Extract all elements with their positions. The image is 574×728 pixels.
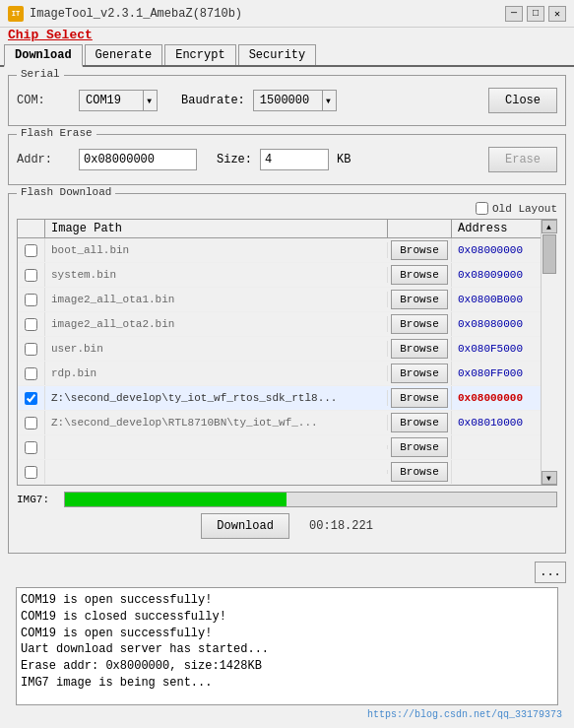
- row-2-path: image2_all_ota1.bin: [45, 292, 388, 307]
- table-row: rdp.bin Browse 0x080FF000: [18, 362, 541, 386]
- dots-button[interactable]: ...: [535, 562, 566, 583]
- console-line-4: Erase addr: 0x8000000, size:1428KB: [21, 658, 553, 675]
- baudrate-arrow-icon[interactable]: ▼: [322, 91, 334, 110]
- row-5-path: rdp.bin: [45, 365, 388, 381]
- baudrate-select[interactable]: 1500000 ▼: [253, 90, 337, 111]
- row-6-check[interactable]: [18, 386, 45, 410]
- row-8-browse: Browse: [388, 435, 452, 459]
- scroll-up-button[interactable]: ▲: [542, 220, 557, 233]
- app-icon: IT: [8, 6, 24, 22]
- browse-4-button[interactable]: Browse: [391, 339, 448, 359]
- row-7-check[interactable]: [18, 411, 45, 434]
- tab-encrypt[interactable]: Encrypt: [164, 44, 235, 65]
- image-table: Image Path Address boot_all.bin Browse 0…: [17, 219, 557, 486]
- old-layout-row: Old Layout: [17, 202, 557, 215]
- browse-7-button[interactable]: Browse: [391, 413, 448, 432]
- browse-6-button[interactable]: Browse: [391, 388, 448, 408]
- addr-input[interactable]: 0x08000000: [79, 149, 197, 170]
- table-row: Browse: [18, 460, 541, 485]
- progress-row: IMG7:: [17, 492, 557, 507]
- erase-button[interactable]: Erase: [488, 147, 557, 172]
- row-5-browse: Browse: [388, 362, 452, 385]
- row-4-browse: Browse: [388, 337, 452, 361]
- download-button[interactable]: Download: [201, 513, 289, 539]
- close-button[interactable]: Close: [488, 88, 557, 113]
- baudrate-label: Baudrate:: [181, 94, 245, 107]
- main-content: Serial COM: COM19 ▼ Baudrate: 1500000 ▼ …: [0, 67, 574, 713]
- row-3-check[interactable]: [18, 312, 45, 336]
- browse-2-button[interactable]: Browse: [391, 290, 448, 309]
- com-label: COM:: [17, 94, 71, 107]
- maximize-button[interactable]: □: [527, 6, 544, 22]
- browse-1-button[interactable]: Browse: [391, 265, 448, 285]
- row-2-check[interactable]: [18, 288, 45, 311]
- row-5-check[interactable]: [18, 362, 45, 385]
- browse-8-button[interactable]: Browse: [391, 437, 448, 457]
- row-3-browse: Browse: [388, 312, 452, 336]
- progress-label: IMG7:: [17, 494, 56, 505]
- browse-9-button[interactable]: Browse: [391, 462, 448, 482]
- size-input[interactable]: 4: [260, 149, 329, 170]
- row-6-browse: Browse: [388, 386, 452, 410]
- row-1-browse: Browse: [388, 263, 452, 287]
- row-2-browse: Browse: [388, 288, 452, 311]
- tab-security[interactable]: Security: [238, 44, 317, 65]
- serial-label: Serial: [17, 68, 64, 80]
- size-label: Size:: [217, 153, 252, 166]
- row-9-path: [45, 470, 388, 474]
- table-row: image2_all_ota1.bin Browse 0x0800B000: [18, 288, 541, 312]
- table-row: system.bin Browse 0x08009000: [18, 263, 541, 288]
- row-4-check[interactable]: [18, 337, 45, 361]
- chip-select-link[interactable]: Chip Select: [0, 28, 574, 42]
- table-header: Image Path Address: [18, 220, 541, 238]
- scroll-thumb[interactable]: [542, 234, 556, 274]
- flash-erase-group: Flash Erase Addr: 0x08000000 Size: 4 KB …: [8, 134, 566, 185]
- baudrate-value: 1500000: [256, 94, 322, 107]
- minimize-button[interactable]: ─: [505, 6, 523, 22]
- header-address: Address: [452, 220, 541, 237]
- row-9-addr: [452, 470, 541, 474]
- row-0-path: boot_all.bin: [45, 242, 388, 258]
- row-1-check[interactable]: [18, 263, 45, 287]
- row-0-check[interactable]: [18, 238, 45, 262]
- console-line-1: COM19 is closed successfully!: [21, 609, 553, 626]
- close-button[interactable]: ✕: [548, 6, 566, 22]
- com-value: COM19: [82, 94, 143, 107]
- scroll-track: [542, 233, 557, 471]
- table-main: Image Path Address boot_all.bin Browse 0…: [18, 220, 541, 485]
- scroll-down-button[interactable]: ▼: [542, 471, 557, 485]
- title-text: ImageTool_v2.3.1_AmebaZ(8710b): [30, 7, 242, 21]
- row-8-check[interactable]: [18, 435, 45, 459]
- flash-download-label: Flash Download: [17, 186, 115, 198]
- tab-generate[interactable]: Generate: [85, 44, 163, 65]
- console-line-2: COM19 is open successfully!: [21, 626, 553, 642]
- table-row: Browse: [18, 435, 541, 460]
- watermark: https://blog.csdn.net/qq_33179373: [367, 709, 562, 720]
- row-7-addr: 0x08010000: [452, 415, 541, 430]
- console-line-0: COM19 is open successfully!: [21, 592, 553, 609]
- row-6-addr: 0x08000000: [452, 390, 541, 406]
- flash-erase-row: Addr: 0x08000000 Size: 4 KB Erase: [17, 147, 557, 172]
- table-scrollbar[interactable]: ▲ ▼: [541, 220, 556, 485]
- row-8-path: [45, 445, 388, 449]
- row-3-path: image2_all_ota2.bin: [45, 316, 388, 332]
- kb-label: KB: [337, 153, 351, 166]
- browse-3-button[interactable]: Browse: [391, 314, 448, 334]
- browse-0-button[interactable]: Browse: [391, 240, 448, 260]
- row-6-path: Z:\second_develop\ty_iot_wf_rtos_sdk_rtl…: [45, 390, 388, 406]
- tab-bar: Download Generate Encrypt Security: [0, 42, 574, 67]
- progress-fill: [65, 493, 287, 506]
- old-layout-label: Old Layout: [492, 203, 557, 215]
- browse-5-button[interactable]: Browse: [391, 364, 448, 383]
- com-arrow-icon[interactable]: ▼: [143, 91, 155, 110]
- window-controls: ─ □ ✕: [505, 6, 566, 22]
- row-9-check[interactable]: [18, 460, 45, 484]
- row-4-addr: 0x080F5000: [452, 341, 541, 357]
- console-output[interactable]: COM19 is open successfully! COM19 is clo…: [16, 587, 558, 705]
- tab-download[interactable]: Download: [4, 44, 83, 67]
- row-2-addr: 0x0800B000: [452, 292, 541, 307]
- old-layout-checkbox[interactable]: [476, 202, 488, 215]
- serial-group: Serial COM: COM19 ▼ Baudrate: 1500000 ▼ …: [8, 75, 566, 126]
- header-image-path: Image Path: [45, 220, 388, 237]
- com-select[interactable]: COM19 ▼: [79, 90, 158, 111]
